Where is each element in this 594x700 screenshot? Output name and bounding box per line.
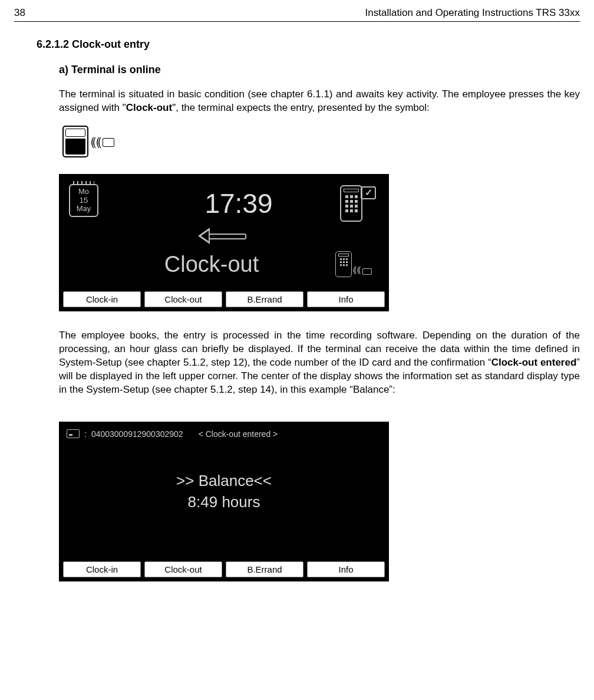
cal-dow: Mo: [70, 188, 97, 196]
btn-clock-out[interactable]: Clock-out: [144, 561, 222, 577]
btn-info[interactable]: Info: [307, 291, 385, 307]
btn-info[interactable]: Info: [307, 561, 385, 577]
btn-clock-out[interactable]: Clock-out: [144, 291, 222, 307]
page-header: 38 Installation and Operating Instructio…: [14, 7, 580, 22]
paragraph-2: The employee books, the entry is process…: [59, 329, 580, 397]
arrow-left-icon: [198, 225, 250, 247]
cal-day: 15: [70, 196, 97, 205]
id-label: :: [84, 429, 87, 439]
check-icon: [361, 186, 376, 199]
terminal2-header: : 04003000912900302902 < Clock-out enter…: [67, 429, 381, 439]
calendar-badge: Mo 15 May: [69, 184, 98, 217]
terminal2-screen: : 04003000912900302902 < Clock-out enter…: [61, 423, 387, 559]
phone-icon: [340, 185, 362, 222]
paragraph-1: The terminal is situated in basic condit…: [59, 88, 580, 115]
card-small-icon: [362, 268, 372, 275]
sub-heading-a: a) Terminal is online: [59, 64, 580, 76]
keypad-card-icon: ⸨⸨: [59, 126, 580, 157]
page-number: 38: [14, 7, 25, 19]
para1-bold: Clock-out: [126, 102, 172, 113]
btn-clock-in[interactable]: Clock-in: [63, 561, 141, 577]
terminal1-screen: Mo 15 May 17:39 Clock-out: [61, 176, 387, 289]
terminal-display-1: Mo 15 May 17:39 Clock-out: [59, 174, 389, 311]
id-value: 04003000912900302902: [91, 429, 183, 439]
arrow-row: [69, 225, 379, 247]
terminal-time: 17:39: [98, 188, 379, 219]
document-title: Installation and Operating Instructions …: [365, 7, 580, 19]
keypad-keys: [65, 139, 85, 155]
confirm-message: < Clock-out entered >: [199, 429, 278, 439]
card-icon: [67, 429, 80, 438]
keypad-icon: [62, 126, 88, 157]
mode-row: Clock-out ⸨⸨: [69, 249, 379, 284]
cal-month: May: [70, 205, 97, 213]
btn-clock-in[interactable]: Clock-in: [63, 291, 141, 307]
phone-small-icon: [335, 251, 352, 277]
balance-label: >> Balance<<: [176, 469, 272, 491]
wireless-waves-icon: ⸨⸨: [91, 136, 101, 147]
terminal2-buttons: Clock-in Clock-out B.Errand Info: [61, 559, 387, 580]
terminal1-buttons: Clock-in Clock-out B.Errand Info: [61, 289, 387, 310]
keypad-screen: [65, 129, 85, 137]
btn-berrand[interactable]: B.Errand: [226, 561, 303, 577]
para1-text-b: ", the terminal expects the entry, prese…: [172, 102, 430, 113]
section-heading: 6.2.1.2 Clock-out entry: [14, 38, 580, 51]
card-icon: [103, 138, 114, 147]
terminal-display-2: : 04003000912900302902 < Clock-out enter…: [59, 422, 389, 581]
phone-check-icon: [340, 185, 378, 222]
phone-card-small-icon: ⸨⸨: [335, 251, 372, 277]
btn-berrand[interactable]: B.Errand: [226, 291, 303, 307]
balance-block: >> Balance<< 8:49 hours: [176, 469, 272, 512]
para2-bold: Clock-out entered: [491, 357, 577, 368]
waves-small-icon: ⸨⸨: [353, 265, 361, 275]
mode-label: Clock-out: [88, 252, 335, 277]
balance-value: 8:49 hours: [176, 491, 272, 512]
